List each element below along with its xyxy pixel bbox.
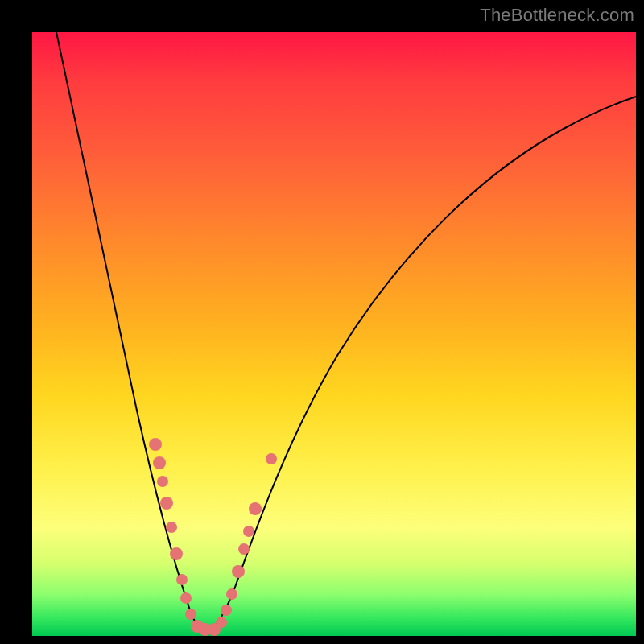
plot-area xyxy=(32,32,636,636)
curve-layer xyxy=(32,32,636,636)
marker-dot xyxy=(160,497,173,510)
marker-dot xyxy=(238,543,250,555)
marker-dot xyxy=(153,456,166,469)
marker-dot xyxy=(170,547,183,560)
marker-dot xyxy=(249,502,262,515)
marker-dot xyxy=(232,565,245,578)
marker-dot xyxy=(149,438,162,451)
marker-dot xyxy=(221,605,232,616)
marker-dot xyxy=(157,476,168,487)
watermark-text: TheBottleneck.com xyxy=(480,5,634,26)
marker-dot xyxy=(266,453,277,464)
bottleneck-curve-right xyxy=(205,97,636,632)
marker-dot xyxy=(185,609,196,620)
marker-dot xyxy=(166,522,177,533)
marker-dot xyxy=(176,574,188,585)
marker-dot xyxy=(243,526,254,537)
marker-dot xyxy=(180,592,192,604)
marker-dot xyxy=(216,617,227,628)
bottleneck-curve-left xyxy=(56,32,205,632)
chart-frame: TheBottleneck.com xyxy=(0,0,644,644)
marker-dot xyxy=(226,588,237,600)
